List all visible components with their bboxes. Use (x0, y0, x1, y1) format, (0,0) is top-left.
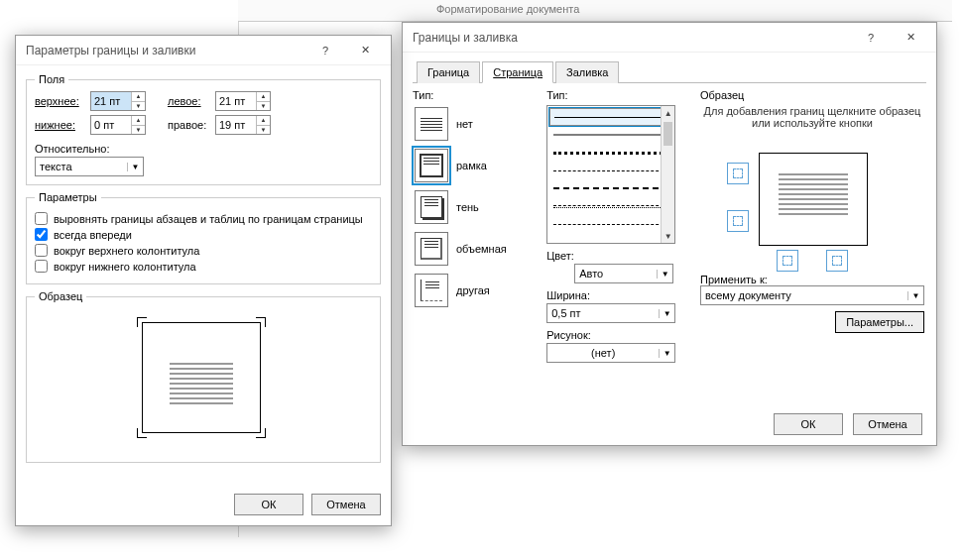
list-item[interactable] (549, 179, 672, 197)
options-group: Параметры выровнять границы абзацев и та… (26, 191, 381, 284)
border-shading-options-dialog: Параметры границы и заливки ? ✕ Поля вер… (15, 35, 392, 526)
ok-button[interactable]: ОК (234, 494, 303, 515)
always-front-checkbox[interactable]: всегда впереди (35, 228, 372, 241)
preview-area[interactable] (723, 135, 902, 264)
chevron-down-icon: ▼ (127, 163, 143, 171)
preview-hint: Для добавления границ щелкните образец и… (700, 105, 924, 129)
type-box-icon (415, 149, 448, 182)
color-label: Цвет: (546, 250, 692, 262)
close-button[interactable]: ✕ (891, 23, 930, 53)
line-style-list[interactable]: ▲ ▼ (546, 105, 675, 244)
type-label: Тип: (413, 89, 539, 101)
preview-legend: Образец (35, 290, 86, 302)
type-none-icon (415, 107, 448, 141)
spin-down-icon[interactable]: ▼ (257, 126, 270, 135)
help-button[interactable]: ? (305, 36, 345, 65)
style-label: Тип: (546, 89, 692, 101)
apply-to-select[interactable]: всему документу ▼ (700, 285, 924, 305)
scrollbar-thumb[interactable] (663, 122, 672, 146)
top-margin-label: верхнее: (35, 95, 86, 107)
preview-lines (170, 360, 233, 407)
ribbon-group-label: Форматирование документа (436, 3, 579, 15)
art-select[interactable]: (нет) ▼ (546, 343, 675, 363)
dialog-title: Границы и заливка (413, 31, 851, 45)
bottom-margin-label: нижнее: (35, 119, 86, 131)
scrollbar[interactable]: ▲ ▼ (661, 106, 674, 243)
border-top-button[interactable] (727, 163, 749, 184)
chevron-up-icon[interactable]: ▲ (662, 106, 674, 120)
borders-and-shading-dialog: Границы и заливка ? ✕ Граница Страница З… (402, 22, 937, 446)
titlebar[interactable]: Параметры границы и заливки ? ✕ (16, 36, 391, 65)
tab-page[interactable]: Страница (482, 61, 553, 83)
tab-shading[interactable]: Заливка (555, 61, 619, 83)
chevron-down-icon: ▼ (657, 270, 672, 279)
surround-header-checkbox[interactable]: вокруг верхнего колонтитула (35, 244, 372, 257)
border-left-button[interactable] (777, 250, 798, 272)
color-select[interactable]: Авто ▼ (574, 264, 673, 283)
apply-to-label: Применить к: (700, 274, 924, 285)
cancel-button[interactable]: Отмена (311, 494, 381, 515)
close-button[interactable]: ✕ (345, 36, 385, 65)
preview-column: Образец Для добавления границ щелкните о… (700, 89, 924, 363)
list-item[interactable] (549, 215, 672, 233)
left-margin-label: левое: (168, 95, 211, 107)
type-custom[interactable]: другая (413, 272, 539, 309)
help-button[interactable]: ? (851, 23, 891, 53)
width-select[interactable]: 0,5 пт ▼ (546, 303, 675, 323)
left-margin-input[interactable]: ▲▼ (215, 91, 271, 111)
tab-border[interactable]: Граница (417, 61, 480, 83)
close-icon: ✕ (361, 44, 370, 56)
border-right-button[interactable] (826, 250, 848, 272)
options-legend: Параметры (35, 191, 101, 203)
type-shadow-icon (415, 190, 448, 224)
close-icon: ✕ (906, 31, 915, 44)
type-none[interactable]: нет (413, 105, 539, 143)
spin-up-icon[interactable]: ▲ (257, 92, 270, 102)
spin-up-icon[interactable]: ▲ (257, 116, 270, 126)
type-presets-column: Тип: нет рамка тень объемная (413, 89, 539, 363)
top-margin-input[interactable]: ▲▼ (90, 91, 146, 111)
type-shadow[interactable]: тень (413, 188, 539, 226)
preview-box (124, 314, 283, 453)
chevron-down-icon: ▼ (659, 309, 674, 318)
options-button[interactable]: Параметры... (835, 311, 924, 333)
type-box[interactable]: рамка (413, 147, 539, 184)
spin-down-icon[interactable]: ▼ (257, 102, 270, 111)
chevron-down-icon: ▼ (659, 349, 674, 358)
list-item[interactable] (549, 144, 672, 162)
art-label: Рисунок: (546, 329, 692, 341)
spin-up-icon[interactable]: ▲ (132, 92, 145, 102)
spin-down-icon[interactable]: ▼ (132, 102, 145, 111)
margins-legend: Поля (35, 73, 68, 85)
spin-up-icon[interactable]: ▲ (132, 116, 145, 126)
preview-group: Образец (26, 290, 381, 463)
tabs: Граница Страница Заливка (413, 60, 926, 83)
margins-group: Поля верхнее: ▲▼ левое: ▲▼ нижнее: ▲▼ (26, 73, 381, 185)
relative-to-label: Относительно: (35, 143, 372, 155)
list-item[interactable] (549, 162, 672, 179)
type-custom-icon (415, 274, 448, 307)
list-item[interactable] (549, 126, 672, 144)
relative-to-select[interactable]: текста ▼ (35, 157, 144, 176)
right-margin-label: правое: (168, 119, 211, 131)
right-margin-input[interactable]: ▲▼ (215, 115, 271, 135)
dialog-title: Параметры границы и заливки (26, 44, 305, 57)
preview-text (779, 170, 848, 218)
style-column: Тип: ▲ ▼ Цвет: (546, 89, 692, 363)
chevron-down-icon[interactable]: ▼ (662, 229, 674, 243)
align-borders-checkbox[interactable]: выровнять границы абзацев и таблиц по гр… (35, 212, 372, 225)
cancel-button[interactable]: Отмена (853, 413, 922, 435)
bottom-margin-input[interactable]: ▲▼ (90, 115, 146, 135)
preview-legend: Образец (700, 89, 924, 101)
chevron-down-icon: ▼ (907, 291, 923, 300)
surround-footer-checkbox[interactable]: вокруг нижнего колонтитула (35, 260, 372, 273)
ok-button[interactable]: ОК (774, 413, 843, 435)
border-bottom-button[interactable] (727, 210, 749, 232)
type-3d-icon (415, 232, 448, 266)
list-item[interactable] (549, 108, 672, 126)
ribbon-bar: Форматирование документа (238, 0, 952, 22)
type-3d[interactable]: объемная (413, 230, 539, 268)
spin-down-icon[interactable]: ▼ (132, 126, 145, 135)
titlebar[interactable]: Границы и заливка ? ✕ (403, 23, 936, 53)
list-item[interactable] (549, 197, 672, 215)
